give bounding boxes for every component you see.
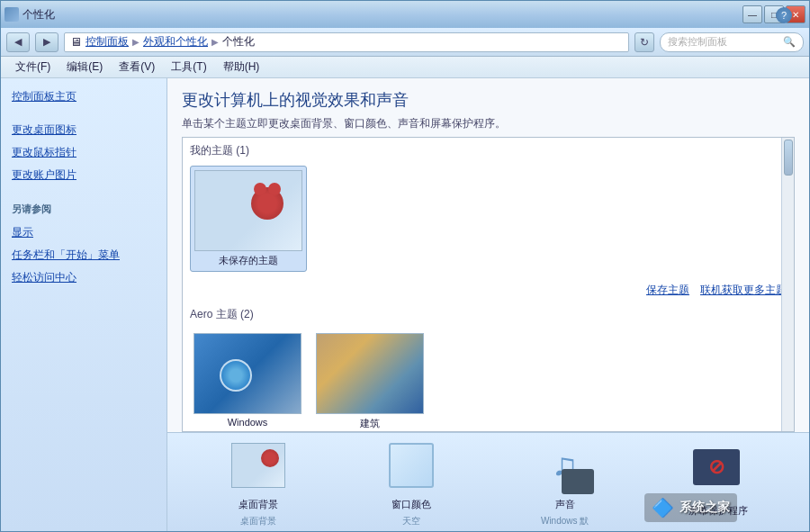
titlebar-left: 个性化 (4, 7, 55, 23)
my-themes-grid: 未保存的主题 (183, 162, 794, 279)
my-themes-label: 我的主题 (1) (183, 138, 794, 162)
bottom-window-color[interactable]: 窗口颜色 天空 (375, 437, 447, 527)
sound-icon-wrap: ♫ (536, 437, 594, 494)
save-theme-link[interactable]: 保存主题 (646, 283, 689, 298)
window-color-sublabel: 天空 (402, 515, 420, 527)
search-icon: 🔍 (783, 36, 796, 48)
theme-links: 保存主题 联机获取更多主题 (183, 279, 794, 302)
desktop-bg-sublabel: 桌面背景 (240, 515, 276, 527)
sidebar-link-accessibility[interactable]: 轻松访问中心 (12, 268, 156, 287)
scrollbar-track[interactable] (781, 138, 794, 431)
menu-file[interactable]: 文件(F) (8, 58, 58, 77)
desktop-bear-icon (261, 449, 279, 467)
aero-logo (220, 359, 252, 392)
back-button[interactable]: ◀ (6, 32, 30, 52)
desktop-bg-icon-wrap (230, 437, 287, 494)
window-title: 个性化 (22, 7, 55, 23)
bottom-bar: 桌面背景 桌面背景 窗口颜色 天空 ♫ 声音 (167, 432, 809, 531)
addressbar: ◀ ▶ 🖥 控制面板 ▶ 外观和个性化 ▶ 个性化 ↻ 搜索控制面板 🔍 (1, 28, 809, 57)
refresh-button[interactable]: ↻ (634, 32, 654, 52)
sound-label: 声音 (555, 498, 575, 511)
sidebar-section-label: 另请参阅 (12, 203, 156, 216)
breadcrumb-icon: 🖥 (70, 35, 82, 49)
keyboard-icon (562, 469, 594, 494)
panel-title: 更改计算机上的视觉效果和声音 (182, 89, 795, 111)
menu-tools[interactable]: 工具(T) (164, 58, 213, 77)
titlebar: 个性化 — □ ✕ (1, 1, 809, 28)
desktop-bg-icon (231, 443, 285, 488)
breadcrumb-item-1[interactable]: 控制面板 (86, 34, 129, 50)
theme-thumb-unsaved (194, 170, 302, 251)
bottom-sound[interactable]: ♫ 声音 Windows 默 (529, 437, 601, 527)
screensaver-icon-wrap: ⊘ (689, 443, 747, 500)
theme-aero2[interactable]: 建筑 (312, 329, 428, 432)
scrollbar-thumb[interactable] (784, 140, 793, 176)
titlebar-buttons: — □ ✕ (742, 5, 806, 23)
screensaver-composite: ⊘ (693, 449, 743, 494)
sidebar-link-desktop-icons[interactable]: 更改桌面图标 (12, 121, 156, 140)
sound-sublabel: Windows 默 (541, 515, 589, 527)
sidebar-link-home[interactable]: 控制面板主页 (12, 87, 156, 106)
theme-label-unsaved: 未保存的主题 (219, 254, 278, 267)
theme-aero1[interactable]: Windows (190, 329, 305, 432)
panel-subtitle: 单击某个主题立即更改桌面背景、窗口颜色、声音和屏幕保护程序。 (182, 116, 795, 131)
sidebar-link-display[interactable]: 显示 (12, 223, 156, 242)
theme-area: 我的主题 (1) 未保存的主题 保存主题 联机获取更多主题 (182, 137, 795, 432)
theme-label-aero1: Windows (228, 417, 268, 428)
watermark: 🔷 系统之家 (644, 493, 737, 522)
breadcrumb-item-3: 个性化 (222, 34, 255, 50)
window-color-label: 窗口颜色 (392, 498, 431, 511)
menu-view[interactable]: 查看(V) (112, 58, 162, 77)
forward-button[interactable]: ▶ (35, 32, 58, 52)
minimize-button[interactable]: — (742, 5, 762, 23)
screensaver-screen: ⊘ (693, 449, 740, 485)
screensaver-x-icon: ⊘ (708, 455, 724, 479)
window-color-icon (389, 443, 434, 488)
bottom-desktop-bg[interactable]: 桌面背景 桌面背景 (222, 437, 294, 527)
breadcrumb-sep-1: ▶ (132, 37, 140, 47)
sidebar-link-mouse[interactable]: 更改鼠标指针 (12, 143, 156, 162)
more-themes-link[interactable]: 联机获取更多主题 (700, 283, 787, 298)
theme-unsaved[interactable]: 未保存的主题 (190, 166, 307, 272)
menu-help[interactable]: 帮助(H) (216, 58, 267, 77)
panel-header: 更改计算机上的视觉效果和声音 单击某个主题立即更改桌面背景、窗口颜色、声音和屏幕… (167, 78, 809, 137)
sidebar: 控制面板主页 更改桌面图标 更改鼠标指针 更改账户图片 另请参阅 显示 任务栏和… (1, 78, 167, 531)
breadcrumb-sep-2: ▶ (212, 37, 219, 47)
breadcrumb: 🖥 控制面板 ▶ 外观和个性化 ▶ 个性化 (64, 32, 629, 52)
aero-themes-grid: Windows 建筑 (183, 326, 794, 432)
main-content: 控制面板主页 更改桌面图标 更改鼠标指针 更改账户图片 另请参阅 显示 任务栏和… (1, 78, 809, 531)
search-placeholder: 搜索控制面板 (668, 35, 727, 49)
sidebar-link-account-pic[interactable]: 更改账户图片 (12, 166, 156, 185)
main-window: 个性化 — □ ✕ ◀ ▶ 🖥 控制面板 ▶ 外观和个性化 ▶ 个性化 ↻ 搜索… (0, 0, 810, 532)
bear-icon (251, 187, 284, 220)
aero-themes-label: Aero 主题 (2) (183, 302, 794, 326)
window-color-icon-wrap (382, 437, 440, 494)
theme-thumb-aero2 (316, 333, 424, 414)
theme-thumb-aero1 (194, 333, 302, 414)
menubar: 文件(F) 编辑(E) 查看(V) 工具(T) 帮助(H) (1, 57, 809, 78)
window-icon (4, 7, 19, 22)
theme-label-aero2: 建筑 (360, 417, 380, 430)
breadcrumb-item-2[interactable]: 外观和个性化 (143, 34, 208, 50)
watermark-brand: 系统之家 (680, 500, 730, 516)
watermark-logo: 🔷 (652, 497, 674, 518)
sidebar-link-taskbar[interactable]: 任务栏和「开始」菜单 (12, 246, 156, 265)
right-panel: ? 更改计算机上的视觉效果和声音 单击某个主题立即更改桌面背景、窗口颜色、声音和… (167, 78, 809, 531)
search-bar[interactable]: 搜索控制面板 🔍 (660, 32, 804, 52)
menu-edit[interactable]: 编辑(E) (59, 58, 110, 77)
desktop-bg-label: 桌面背景 (238, 498, 278, 511)
